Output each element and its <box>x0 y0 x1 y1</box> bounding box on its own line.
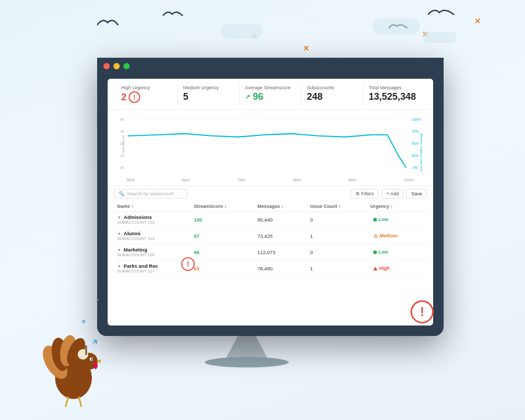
window-minimize-dot[interactable] <box>113 63 120 69</box>
urgency-badge-high: High <box>370 265 393 272</box>
svg-line-28 <box>79 396 81 407</box>
stat-subaccounts-label: Subaccounts <box>307 85 358 90</box>
stat-total-messages: Total Messages 13,525,348 <box>363 83 425 105</box>
search-placeholder: Search by subaccount <box>127 191 174 196</box>
bird-2 <box>163 8 186 21</box>
row-expand-chevron[interactable]: ▼ <box>117 232 121 236</box>
stat-streamscore-value: ↗ 96 <box>245 91 296 102</box>
stat-total-messages-value: 13,525,348 <box>369 91 419 102</box>
stat-high-urgency: High Urgency 2 ! <box>116 83 178 105</box>
window-close-dot[interactable] <box>103 63 110 69</box>
col-issue-count[interactable]: Issue Count ↕ <box>307 202 367 212</box>
subaccount-name: Admissions <box>124 214 152 220</box>
row-issue-count: 1 <box>307 260 367 277</box>
x-decoration-3: × <box>475 16 480 27</box>
stat-total-messages-label: Total Messages <box>369 85 419 90</box>
row-issue-count: 0 <box>307 212 367 228</box>
add-button[interactable]: + Add <box>382 189 403 198</box>
window-chrome <box>97 58 444 75</box>
search-icon: 🔍 <box>119 191 124 196</box>
stat-streamscore: Average Streamscore ↗ 96 <box>240 83 302 105</box>
stats-bar: High Urgency 2 ! Medium Urgency 5 Averag… <box>108 79 433 110</box>
window-maximize-dot[interactable] <box>123 63 130 69</box>
col-name[interactable]: Name ↕ <box>114 202 191 212</box>
svg-text:3k: 3k <box>120 129 124 133</box>
row-expand-chevron[interactable]: ▼ <box>117 215 121 220</box>
table-area: 🔍 Search by subaccount ⚙ Filters + Add S… <box>108 186 433 280</box>
urgency-badge-low: Low <box>370 248 391 256</box>
chart-svg: 4k 3k 2k 1k 0k 100% 75% 50% 25% 0% <box>116 114 425 174</box>
data-table: Name ↕ StreamScore ↕ Messages ↕ Issue Co… <box>114 202 427 277</box>
stat-high-urgency-label: High Urgency <box>121 85 172 90</box>
cloud-2 <box>373 18 420 34</box>
subaccount-name: Parks and Rec <box>124 263 158 269</box>
subaccount-name: Marketing <box>124 247 148 253</box>
row-urgency: High <box>367 260 427 277</box>
table-body: ▼ Admissions SUBACCOUNT 123 100 90,440 0 <box>114 212 427 277</box>
turkey-character <box>26 304 110 410</box>
row-score: 100 <box>191 212 254 228</box>
svg-rect-30 <box>85 345 87 355</box>
row-name-cell: ▼ Parks and Rec SUBACCOUNT 127 <box>114 260 191 277</box>
filters-button[interactable]: ⚙ Filters <box>351 189 379 198</box>
col-streamscore[interactable]: StreamScore ↕ <box>191 202 254 212</box>
table-row: ▼ Marketing SUBACCOUNT 126 96 112,073 0 <box>114 244 427 260</box>
stat-high-urgency-value: 2 ! <box>121 91 172 103</box>
svg-text:0k: 0k <box>120 165 124 170</box>
svg-text:Sent (count): Sent (count) <box>121 135 125 153</box>
row-expand-chevron[interactable]: ▼ <box>117 264 121 269</box>
row-issue-count: 0 <box>307 244 367 260</box>
chart-x-labels: 5pm 6pm 7pm 8pm 9pm 12am <box>116 176 425 182</box>
chart-area: 4k 3k 2k 1k 0k 100% 75% 50% 25% 0% <box>108 110 433 186</box>
svg-text:Medium Urgency (percent): Medium Urgency (percent) <box>420 133 424 172</box>
urgency-bubble-large: ! <box>411 300 434 323</box>
svg-line-27 <box>66 396 68 407</box>
svg-text:100%: 100% <box>412 117 422 121</box>
row-name-cell: ▼ Admissions SUBACCOUNT 123 <box>114 212 191 228</box>
bird-1 <box>97 15 129 30</box>
monitor-outer: High Urgency 2 ! Medium Urgency 5 Averag… <box>97 58 444 336</box>
search-box[interactable]: 🔍 Search by subaccount <box>114 189 187 198</box>
row-name-cell: ▼ Marketing SUBACCOUNT 126 <box>114 244 191 260</box>
table-row: ▼ Parks and Rec SUBACCOUNT 127 ! 63 78,4… <box>114 260 427 277</box>
stat-medium-urgency-label: Medium Urgency <box>183 85 234 90</box>
stat-streamscore-label: Average Streamscore <box>245 85 296 90</box>
urgency-triangle-icon <box>373 267 377 270</box>
filter-icon: ⚙ <box>355 191 360 196</box>
row-score: 87 <box>191 228 254 244</box>
high-urgency-icon: ! <box>129 91 140 103</box>
subaccount-id: SUBACCOUNT 127 <box>117 269 187 274</box>
row-issue-count: 1 <box>307 228 367 244</box>
cloud-1 <box>220 24 262 38</box>
row-urgency: ⚠ Medium <box>367 228 427 244</box>
row-score: 96 <box>191 244 254 260</box>
urgency-warning-icon: ⚠ <box>373 233 378 239</box>
plus-decoration: + <box>94 295 99 304</box>
stat-subaccounts-value: 248 <box>307 91 358 102</box>
svg-point-24 <box>93 362 98 369</box>
subaccount-id: SUBACCOUNT 123 <box>117 220 187 225</box>
save-button[interactable]: Save <box>406 189 427 198</box>
monitor-screen: High Urgency 2 ! Medium Urgency 5 Averag… <box>108 79 433 326</box>
cloud-3 <box>423 32 457 43</box>
svg-point-26 <box>91 359 93 360</box>
urgency-alert-icon-left: ! <box>181 257 195 271</box>
svg-text:75%: 75% <box>412 129 419 133</box>
svg-text:4k: 4k <box>120 117 124 121</box>
stat-subaccounts: Subaccounts 248 <box>301 83 363 105</box>
subaccount-name: Alumni <box>124 230 141 236</box>
row-messages: 78,480 <box>254 260 307 277</box>
row-messages: 90,440 <box>254 212 307 228</box>
urgency-badge-medium: ⚠ Medium <box>370 232 401 240</box>
row-messages: 73,425 <box>254 228 307 244</box>
row-name-cell: ▼ Alumni SUBACCOUNT 124 <box>114 228 191 244</box>
table-toolbar: 🔍 Search by subaccount ⚙ Filters + Add S… <box>114 189 427 198</box>
stat-medium-urgency-value: 5 <box>183 91 234 102</box>
subaccount-id: SUBACCOUNT 124 <box>117 236 187 241</box>
row-expand-chevron[interactable]: ▼ <box>117 248 121 253</box>
col-messages[interactable]: Messages ↕ <box>254 202 307 212</box>
stat-medium-urgency: Medium Urgency 5 <box>178 83 240 105</box>
row-messages: 112,073 <box>254 244 307 260</box>
col-urgency[interactable]: Urgency ↕ <box>367 202 427 212</box>
urgency-dot <box>373 218 377 222</box>
